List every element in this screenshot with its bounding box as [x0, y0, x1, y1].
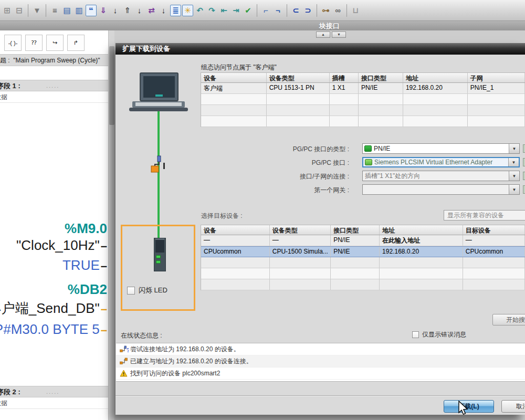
connect-established-icon — [120, 358, 130, 365]
plc-device-icon[interactable] — [154, 238, 166, 271]
field-label: 接口/子网的连接 : — [300, 172, 349, 181]
lad-scrollbar-thumb[interactable] — [109, 46, 114, 125]
download-arrow-icon[interactable]: ↓ — [110, 5, 121, 16]
empty-box-button[interactable]: ⁇ — [25, 35, 43, 51]
outline-list-icon[interactable]: ≡ — [49, 5, 60, 16]
lad-scrollbar[interactable] — [108, 30, 114, 420]
table-empty-row — [201, 105, 525, 116]
snapshot-apply-icon[interactable]: ¬ — [272, 5, 284, 16]
dropdown-arrow-button[interactable]: ▼ — [509, 144, 519, 153]
clipped-side-icon — [523, 158, 525, 166]
dropdown-arrow-button[interactable]: ▼ — [508, 158, 519, 166]
undo-icon[interactable]: ↶ — [194, 5, 205, 16]
table-empty-row — [201, 257, 525, 268]
table-cell — [403, 116, 468, 127]
table-cell — [331, 257, 380, 268]
field-label: PG/PC 接口 : — [312, 159, 349, 167]
call-environment-icon[interactable]: ⇤ — [218, 5, 229, 16]
table-cell — [201, 279, 270, 290]
open-branch-button[interactable]: ↪ — [46, 35, 64, 51]
snapshot-icon[interactable]: ⌐ — [260, 5, 271, 16]
flash-led-checkbox[interactable] — [127, 287, 135, 295]
table-cell — [270, 257, 331, 268]
network-1-comment-dots: ..... — [46, 80, 59, 91]
network-2-comment: 数据 — [0, 398, 108, 409]
interface-field-row: PG/PC 接口的类型 :PN/IE▼ — [116, 143, 525, 154]
table-cell: 客户端 — [201, 83, 267, 93]
dialog-titlebar[interactable]: 扩展下载到设备 — [116, 43, 525, 55]
toolbar-separator — [287, 4, 287, 17]
network-1-header[interactable]: 程序段 1 : ..... — [0, 80, 108, 91]
consistency-check-icon[interactable]: ✔ — [243, 5, 254, 16]
errors-only-checkbox[interactable] — [412, 331, 419, 338]
lad-operand[interactable]: %M9.0 — [65, 220, 107, 236]
lad-operand[interactable]: P#M30.0 BYTE 5– — [0, 321, 107, 338]
table-cell: 1 X1 — [330, 83, 359, 93]
table-cell — [380, 268, 463, 279]
table-row[interactable]: 客户端CPU 1513-1 PN1 X1PN/IE192.168.0.20PN/… — [201, 83, 525, 94]
close-branch-button[interactable]: ↱ — [67, 35, 85, 51]
table-cell: 192.168.0.20 — [403, 83, 468, 93]
network-1-label: 程序段 1 : — [0, 82, 20, 90]
absolute-operands-icon[interactable]: ≣ — [170, 5, 181, 16]
dropdown-value: Siemens PLCSIM Virtual Ethernet Adapter — [372, 159, 508, 166]
collapse-up-button[interactable]: ▲ — [316, 32, 330, 38]
dropdown-field[interactable]: 插槽"1 X1"处的方向▼ — [362, 171, 520, 181]
table-cell: CPUcommon — [201, 247, 270, 257]
table-cell — [463, 279, 525, 290]
favorites-icon[interactable]: ✳ — [182, 5, 193, 16]
table-cell: PN/IE_1 — [468, 83, 525, 93]
key-icon[interactable]: ⊶ — [320, 5, 331, 16]
table-cell — [359, 116, 403, 127]
compatible-devices-filter[interactable]: 显示所有兼容的设备 — [444, 210, 525, 220]
block-title-label: 块标题 : — [0, 57, 10, 64]
table-cell — [201, 257, 270, 268]
call-path-icon[interactable]: ⇥ — [230, 5, 242, 16]
table-cell: — — [463, 235, 525, 246]
db-lock-icon[interactable]: ⊔ — [350, 5, 361, 16]
table-row-selected[interactable]: CPUcommonCPU-1500 Simula...PN/IE192.168.… — [201, 246, 525, 257]
start-search-button[interactable]: 开始搜索 — [492, 314, 525, 326]
table-cell — [201, 116, 267, 127]
download-to-device-icon[interactable]: ⇓ — [98, 5, 109, 16]
network-comments-icon[interactable]: ❝ — [86, 5, 97, 16]
cancel-button[interactable]: 取消 — [501, 400, 525, 413]
print-preview-icon[interactable]: ⊟ — [14, 5, 25, 16]
table-row[interactable]: ——PN/IE在此输入地址— — [201, 235, 525, 246]
lad-operand[interactable]: "客户端_Send_DB"– — [0, 300, 107, 317]
dropdown-field[interactable]: PN/IE▼ — [362, 143, 520, 154]
flash-led-control: 闪烁 LED — [127, 286, 167, 295]
table-cell: — — [201, 235, 270, 246]
config-table: 设备设备类型插槽接口类型地址子网客户端CPU 1513-1 PN1 X1PN/I… — [201, 72, 525, 127]
compare-arrow-icon[interactable]: ↓ — [158, 5, 169, 16]
monitor-on-icon[interactable]: ⊂ — [290, 5, 301, 16]
network-2-header[interactable]: 程序段 2 : ..... — [0, 386, 108, 397]
upload-from-device-icon[interactable]: ⇑ — [122, 5, 133, 16]
upload-arrow-icon[interactable]: ↓ — [134, 5, 145, 16]
operand-text: "客户端_Send_DB" — [0, 300, 100, 316]
connection-stub: – — [101, 259, 107, 272]
operand-text: %DB2 — [68, 281, 107, 297]
table-cell — [267, 94, 330, 104]
lad-operand[interactable]: "Clock_10Hz"– — [16, 237, 107, 254]
dropdown-arrow-button[interactable]: ▼ — [509, 185, 519, 194]
dropdown-field[interactable]: Siemens PLCSIM Virtual Ethernet Adapter▼ — [362, 157, 520, 167]
compare-icon[interactable]: ⇄ — [146, 5, 157, 16]
save-window-settings-icon[interactable]: ▼ — [32, 5, 43, 16]
lad-operand[interactable]: TRUE– — [62, 257, 107, 274]
toolbar-separator — [317, 4, 317, 17]
dropdown-arrow-button[interactable]: ▼ — [509, 171, 519, 181]
coil-button[interactable]: -( )- — [4, 35, 22, 51]
window-icon[interactable]: ⊞ — [2, 5, 13, 16]
window-layout-2-icon[interactable]: ▥ — [74, 5, 85, 16]
interface-field-row: 第一个网关 :▼ — [116, 184, 525, 195]
redo-icon[interactable]: ↷ — [206, 5, 217, 16]
lad-operand[interactable]: %DB2 — [68, 281, 107, 297]
collapse-down-button[interactable]: ▼ — [332, 32, 346, 38]
main-toolbar: ⊞⊟▼≡▤▥❝⇓↓⇑↓⇄↓≣✳↶↷⇤⇥✔⌐¬⊂⊃⊶∞⊔ — [0, 0, 525, 21]
monitor-off-icon[interactable]: ⊃ — [302, 5, 313, 16]
window-layout-icon[interactable]: ▤ — [61, 5, 72, 16]
column-header: 地址 — [403, 73, 468, 82]
dropdown-field[interactable]: ▼ — [362, 184, 520, 195]
glasses-icon[interactable]: ∞ — [332, 5, 343, 16]
